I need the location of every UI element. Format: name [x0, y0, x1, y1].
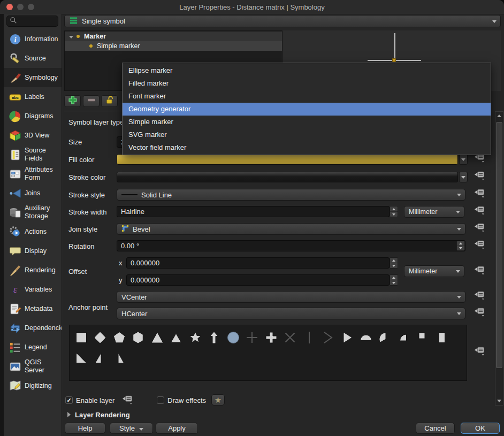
stroke-style-data-defined-button[interactable] — [473, 189, 486, 200]
shape-arrowhead[interactable] — [319, 330, 338, 346]
dropdown-item-filled-marker[interactable]: Filled marker — [123, 77, 491, 90]
shape-cross-fill[interactable] — [262, 330, 281, 346]
dropdown-item-svg-marker[interactable]: SVG marker — [123, 128, 491, 141]
sidebar-item-labels[interactable]: abcLabels — [4, 87, 62, 106]
shape-square[interactable] — [72, 330, 91, 346]
shape-half-square[interactable] — [433, 330, 452, 346]
expander-down-icon[interactable] — [69, 36, 73, 39]
shape-hexagon[interactable] — [129, 330, 148, 346]
rotation-stepper[interactable] — [456, 241, 465, 251]
shape-filled-arrowhead[interactable] — [338, 330, 357, 346]
shape-quarter-square[interactable] — [414, 330, 433, 346]
sidebar-item-information[interactable]: iInformation — [4, 29, 62, 49]
offset-unit-select[interactable]: Millimeter — [404, 265, 464, 277]
shape-quarter-circle[interactable] — [395, 330, 414, 346]
sidebar-item-dependencies[interactable]: Dependencies — [4, 318, 62, 338]
symbol-tree-simple-marker-row[interactable]: Simple marker — [65, 41, 282, 51]
sidebar-item-diagrams[interactable]: Diagrams — [4, 106, 62, 126]
stroke-color-data-defined-button[interactable] — [473, 171, 486, 182]
sidebar-item-digitizing[interactable]: Digitizing — [4, 376, 62, 395]
titlebar[interactable]: Layer Properties - Distance matrix | Sym… — [0, 0, 504, 14]
join-style-select[interactable]: Bevel — [117, 223, 465, 235]
dropdown-item-ellipse-marker[interactable]: Ellipse marker — [123, 64, 491, 77]
sidebar-item-display[interactable]: Display — [4, 241, 62, 261]
sidebar-item-variables[interactable]: εVariables — [4, 280, 62, 299]
sidebar-item-actions[interactable]: Actions — [4, 222, 62, 241]
remove-symbol-layer-button[interactable] — [83, 95, 100, 107]
vertical-scrollbar[interactable] — [495, 111, 503, 406]
dropdown-item-font-marker[interactable]: Font marker — [123, 90, 491, 103]
customize-effects-button[interactable]: ★ — [211, 394, 225, 406]
shape-line[interactable] — [300, 330, 319, 346]
sidebar-item-qgis-server[interactable]: QGIS Server — [4, 357, 62, 376]
sidebar-item-symbology[interactable]: Symbology — [4, 68, 62, 87]
stroke-color-button[interactable] — [117, 172, 458, 182]
shape-third-circle[interactable] — [376, 330, 395, 346]
rotation-input[interactable]: 0.00 ° — [117, 240, 465, 251]
offset-x-stepper[interactable] — [390, 257, 398, 269]
help-button[interactable]: Help — [65, 423, 105, 434]
sidebar-item-metadata[interactable]: Metadata — [4, 299, 62, 318]
enable-layer-checkbox[interactable]: ✓ — [65, 396, 73, 404]
sidebar-item-legend[interactable]: Legend — [4, 338, 62, 357]
sidebar-item-source[interactable]: Source — [4, 49, 62, 68]
fill-color-menu-button[interactable] — [459, 154, 468, 165]
shape-data-defined-button[interactable] — [473, 347, 486, 357]
cancel-button[interactable]: Cancel — [416, 423, 455, 434]
anchor-horizontal-select[interactable]: HCenter — [117, 308, 465, 319]
dropdown-item-simple-marker[interactable]: Simple marker — [123, 116, 491, 128]
ok-button[interactable]: OK — [461, 423, 500, 434]
stroke-style-select[interactable]: Solid Line — [117, 189, 465, 201]
expander-right-icon[interactable] — [67, 412, 71, 417]
shape-left-half-triangle[interactable] — [110, 350, 129, 366]
stroke-color-menu-button[interactable] — [459, 172, 468, 182]
stroke-width-unit-select[interactable]: Millimeter — [404, 206, 464, 218]
rotation-data-defined-button[interactable] — [473, 240, 486, 251]
sidebar-item-auxiliary-storage[interactable]: Auxiliary Storage — [4, 203, 62, 222]
shape-diagonal-half-square[interactable] — [72, 350, 91, 366]
dropdown-item-vector-field-marker[interactable]: Vector field marker — [123, 141, 491, 154]
shape-pentagon[interactable] — [110, 330, 129, 346]
shape-arrow[interactable] — [205, 330, 224, 346]
stroke-width-input[interactable]: Hairline — [117, 206, 390, 217]
sidebar-item-joins[interactable]: Joins — [4, 183, 62, 203]
sidebar-search-input[interactable] — [6, 16, 58, 27]
draw-effects-checkbox[interactable] — [157, 396, 164, 404]
renderer-select[interactable]: Single symbol — [64, 15, 501, 27]
shape-cross2[interactable] — [281, 330, 300, 346]
apply-button[interactable]: Apply — [156, 423, 198, 434]
shape-right-half-triangle[interactable] — [91, 350, 110, 366]
anchor-vertical-select[interactable]: VCenter — [117, 291, 465, 303]
offset-y-stepper[interactable] — [390, 274, 398, 286]
shape-star[interactable] — [186, 330, 205, 346]
join-style-data-defined-button[interactable] — [473, 223, 486, 234]
sidebar-item-rendering[interactable]: Rendering — [4, 261, 62, 280]
sidebar-item-attributes-form[interactable]: Attributes Form — [4, 164, 62, 183]
add-symbol-layer-button[interactable] — [64, 95, 81, 107]
shape-semi-circle[interactable] — [357, 330, 376, 346]
scroll-down-icon[interactable] — [497, 400, 501, 402]
anchor-horizontal-data-defined-button[interactable] — [473, 308, 486, 318]
sidebar-item-source-fields[interactable]: Source Fields — [4, 145, 62, 164]
symbol-tree-marker-row[interactable]: Marker — [65, 32, 282, 41]
fill-color-data-defined-button[interactable] — [473, 154, 486, 164]
offset-x-input[interactable]: 0.000000 — [126, 257, 390, 269]
shape-diamond[interactable] — [91, 330, 110, 346]
offset-data-defined-button[interactable] — [473, 266, 486, 277]
stroke-width-data-defined-button[interactable] — [473, 206, 486, 217]
enable-layer-data-defined-button[interactable] — [121, 395, 134, 406]
layer-rendering-section[interactable]: Layer Rendering — [75, 411, 130, 419]
style-button[interactable]: Style — [110, 423, 153, 434]
dropdown-item-geometry-generator[interactable]: Geometry generator — [123, 103, 491, 116]
shape-circle[interactable] — [224, 330, 243, 346]
scroll-up-icon[interactable] — [497, 114, 501, 117]
fill-color-button[interactable] — [117, 154, 458, 165]
stroke-width-stepper[interactable] — [390, 206, 398, 217]
shape-equilateral-triangle[interactable] — [167, 330, 186, 346]
anchor-vertical-data-defined-button[interactable] — [473, 291, 486, 302]
shape-triangle[interactable] — [148, 330, 167, 346]
lock-colors-button[interactable] — [101, 95, 118, 107]
shape-cross[interactable] — [243, 330, 262, 346]
scrollbar-thumb[interactable] — [496, 122, 502, 368]
offset-y-input[interactable]: 0.000000 — [126, 274, 390, 286]
